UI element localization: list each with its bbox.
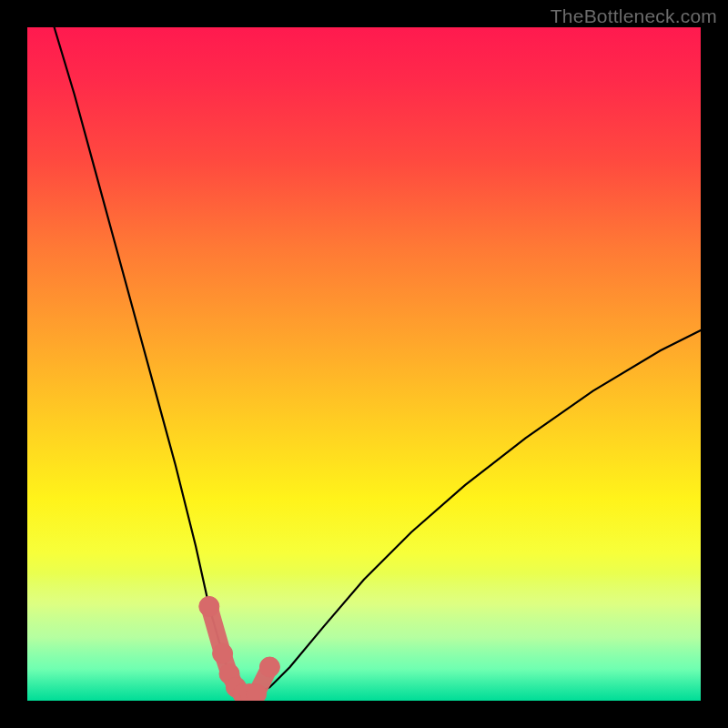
chart-svg: [27, 27, 701, 701]
curve-line: [55, 27, 701, 694]
chart-frame: TheBottleneck.com: [0, 0, 728, 728]
watermark-text: TheBottleneck.com: [551, 5, 717, 27]
optimal-marker-dot: [213, 643, 233, 663]
optimal-marker-dot: [247, 684, 267, 701]
optimal-marker-dot: [199, 596, 219, 616]
plot-area: [27, 27, 701, 701]
optimal-marker-dot: [259, 657, 279, 677]
